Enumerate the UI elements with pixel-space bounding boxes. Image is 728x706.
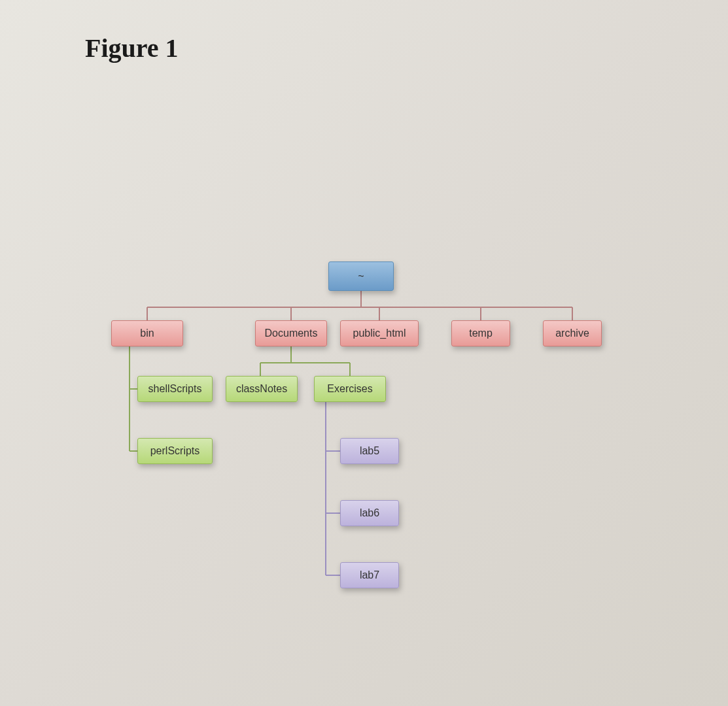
- node-label: temp: [469, 328, 493, 339]
- tree-connectors: [0, 0, 728, 706]
- node-classnotes: classNotes: [226, 376, 298, 402]
- node-label: perlScripts: [150, 445, 200, 457]
- figure-title: Figure 1: [85, 33, 179, 63]
- node-label: ~: [358, 271, 364, 282]
- node-label: Exercises: [327, 383, 372, 395]
- node-label: lab6: [360, 507, 379, 519]
- node-bin: bin: [111, 320, 183, 346]
- node-lab7: lab7: [340, 562, 399, 588]
- node-temp: temp: [451, 320, 510, 346]
- node-archive: archive: [543, 320, 602, 346]
- node-perlscripts: perlScripts: [137, 438, 213, 464]
- node-lab5: lab5: [340, 438, 399, 464]
- node-label: lab5: [360, 445, 379, 457]
- node-root: ~: [328, 261, 394, 291]
- node-label: shellScripts: [148, 383, 202, 395]
- node-label: lab7: [360, 569, 379, 581]
- node-documents: Documents: [255, 320, 327, 346]
- node-label: public_html: [353, 328, 406, 339]
- node-label: archive: [555, 328, 589, 339]
- node-shellscripts: shellScripts: [137, 376, 213, 402]
- node-public-html: public_html: [340, 320, 419, 346]
- node-exercises: Exercises: [314, 376, 386, 402]
- node-label: bin: [140, 328, 154, 339]
- node-lab6: lab6: [340, 500, 399, 526]
- node-label: Documents: [265, 328, 318, 339]
- node-label: classNotes: [236, 383, 287, 395]
